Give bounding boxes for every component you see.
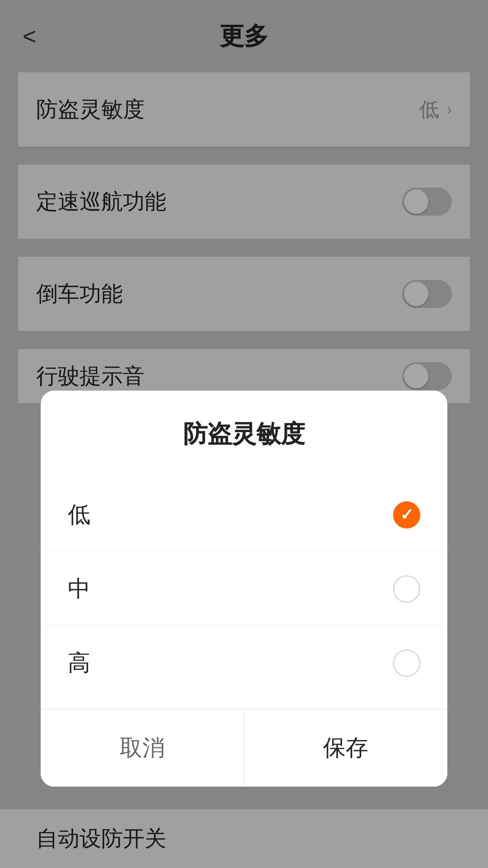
option-low-radio[interactable] (393, 501, 420, 528)
option-high-radio[interactable] (393, 650, 420, 677)
option-low-label: 低 (68, 500, 90, 530)
dialog-title: 防盗灵敏度 (41, 391, 447, 469)
dialog-options: 低 中 高 (41, 469, 447, 709)
dialog-buttons: 取消 保存 (41, 709, 447, 787)
option-high[interactable]: 高 (41, 626, 447, 700)
option-medium-radio[interactable] (393, 576, 420, 603)
save-button[interactable]: 保存 (244, 709, 448, 787)
theft-sensitivity-dialog: 防盗灵敏度 低 中 高 取消 保存 (41, 391, 447, 787)
option-high-label: 高 (68, 648, 90, 678)
option-medium-label: 中 (68, 574, 90, 604)
option-medium[interactable]: 中 (41, 552, 447, 626)
cancel-button[interactable]: 取消 (41, 709, 244, 787)
option-low[interactable]: 低 (41, 478, 447, 552)
